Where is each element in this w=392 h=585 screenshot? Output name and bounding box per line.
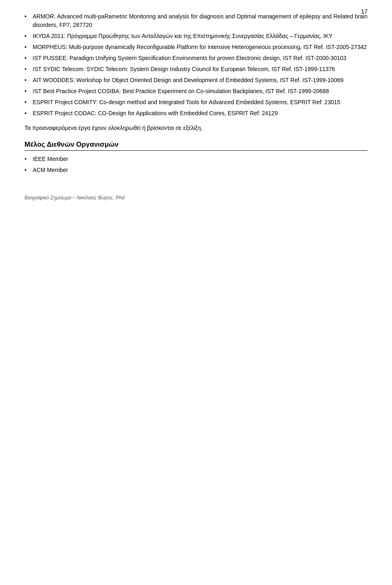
list-item: IEEE Member bbox=[24, 155, 368, 163]
footer-text: Βιογραφικό Σημείωμα – Νικόλαος Βώρος, Ph… bbox=[24, 195, 125, 201]
list-item: IST Best Practice Project COSIBA: Best P… bbox=[24, 87, 368, 96]
list-item: ARMOR: Advanced multi-paRametric Monitor… bbox=[24, 12, 368, 29]
greek-paragraph: Τα προαναφερόμενα έργα έχουν ολοκληρωθεί… bbox=[24, 123, 368, 132]
projects-list: ARMOR: Advanced multi-paRametric Monitor… bbox=[24, 12, 368, 118]
list-item: AIT WOODDES: Workshop for Object Oriente… bbox=[24, 76, 368, 85]
section-heading: Μέλος Διεθνών Οργανισμών bbox=[24, 141, 368, 151]
list-item: IKYDA 2011: Πρόγραμμα Προώθησης των Αντα… bbox=[24, 32, 368, 40]
list-item: ACM Member bbox=[24, 166, 368, 174]
page-container: 17 ARMOR: Advanced multi-paRametric Moni… bbox=[0, 0, 392, 213]
list-item: IST PUSSEE: Paradigm Unifying System Spe… bbox=[24, 54, 368, 63]
list-item: ESPRIT Project CODAC: CO-Design for Appl… bbox=[24, 109, 368, 118]
list-item: MORPHEUS: Multi-purpose dynamically Reco… bbox=[24, 43, 368, 51]
list-item: IST SYDIC Telecom: SYDIC Telecom: System… bbox=[24, 65, 368, 74]
membership-list: IEEE MemberACM Member bbox=[24, 155, 368, 174]
list-item: ESPRIT Project COMITY: Co-design method … bbox=[24, 98, 368, 107]
